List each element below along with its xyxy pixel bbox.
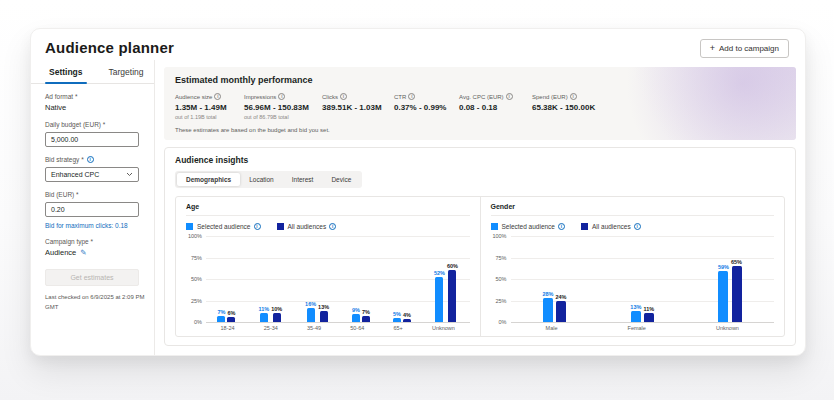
bar-column: 11%	[643, 236, 654, 322]
y-tick: 25%	[495, 298, 506, 304]
age-chart: Age Selected audienceiAll audiencesi 100…	[176, 197, 480, 336]
x-label: 65+	[393, 325, 402, 331]
tab-device[interactable]: Device	[322, 173, 360, 186]
bar-column: 4%	[403, 236, 411, 322]
bid-strategy-select[interactable]: Enhanced CPC	[45, 167, 139, 182]
performance-panel: Estimated monthly performance Audience s…	[164, 67, 796, 140]
bar-column: 5%	[393, 236, 401, 322]
bar-value-label: 16%	[305, 301, 316, 307]
x-label: Unknown	[716, 325, 739, 331]
chart-title: Age	[186, 203, 470, 216]
bar-group: 16%13%	[305, 236, 329, 322]
bar-group: 52%60%	[434, 236, 458, 322]
x-label: Unknown	[432, 325, 455, 331]
bar-value-label: 9%	[352, 307, 360, 313]
info-icon[interactable]: i	[329, 223, 336, 230]
y-tick: 0%	[194, 319, 202, 325]
last-checked-text: Last checked on 6/9/2025 at 2:09 PM GMT	[45, 293, 147, 312]
metric-value: 56.96M - 150.83M	[244, 103, 322, 112]
plot-area: 28%24%13%11%59%65%	[511, 236, 775, 322]
x-label: 18-24	[221, 325, 235, 331]
chart-legend: Selected audienceiAll audiencesi	[186, 223, 470, 230]
daily-budget-input[interactable]: 5,000.00	[45, 132, 139, 147]
y-tick: 100%	[188, 233, 202, 239]
bid-max-clicks-link[interactable]: Bid for maximum clicks: 0.18	[45, 222, 154, 229]
bid-strategy-value: Enhanced CPC	[51, 171, 99, 178]
bid-input[interactable]: 0.20	[45, 202, 139, 217]
legend-label: Selected audience	[197, 223, 251, 230]
performance-footnote: These estimates are based on the budget …	[175, 127, 785, 133]
info-icon[interactable]: i	[254, 223, 261, 230]
info-icon[interactable]: i	[214, 93, 221, 100]
y-tick: 75%	[495, 255, 506, 261]
legend-swatch-icon	[491, 223, 498, 230]
metric-avg-cpc: Avg. CPC (EUR)i 0.08 - 0.18	[459, 93, 532, 120]
chevron-down-icon	[126, 172, 133, 177]
bar-column: 7%	[217, 236, 225, 322]
bar-value-label: 6%	[227, 310, 235, 316]
info-icon[interactable]: i	[506, 93, 513, 100]
bar	[320, 311, 328, 322]
bar-value-label: 4%	[403, 312, 411, 318]
chart-legend: Selected audienceiAll audiencesi	[491, 223, 775, 230]
y-axis: 100%75%50%25%0%	[491, 236, 511, 322]
metric-label: Clicks	[322, 94, 338, 100]
info-icon[interactable]: i	[87, 156, 94, 163]
legend-item: Selected audiencei	[186, 223, 261, 230]
info-icon[interactable]: i	[558, 223, 565, 230]
metric-label: CTR	[394, 94, 406, 100]
bar-column: 10%	[271, 236, 282, 322]
bar	[718, 271, 728, 322]
bar-value-label: 7%	[217, 309, 225, 315]
info-icon[interactable]: i	[634, 223, 641, 230]
audience-planner-card: Audience planner + Add to campaign Setti…	[30, 28, 806, 356]
bar	[543, 298, 553, 322]
bar-column: 11%	[258, 236, 269, 322]
tab-settings[interactable]: Settings	[47, 60, 85, 83]
bar	[273, 313, 281, 322]
tab-location[interactable]: Location	[240, 173, 283, 186]
card-header: Audience planner + Add to campaign	[31, 29, 805, 60]
legend-label: All audiences	[592, 223, 631, 230]
bar-column: 6%	[227, 236, 235, 322]
metric-impressions: Impressionsi 56.96M - 150.83M out of 86.…	[244, 93, 322, 120]
gender-chart: Gender Selected audienceiAll audiencesi …	[480, 197, 785, 336]
plot-wrap: 100%75%50%25%0% 7%6%11%10%16%13%9%7%5%4%…	[186, 236, 470, 322]
bar-group: 7%6%	[217, 236, 235, 322]
bar-group: 11%10%	[258, 236, 282, 322]
bar-value-label: 28%	[542, 291, 553, 297]
bar	[556, 301, 566, 322]
x-axis-labels: 18-2425-3435-4950-6465+Unknown	[206, 325, 470, 331]
info-icon[interactable]: i	[408, 93, 415, 100]
metric-label: Spend (EUR)	[532, 94, 568, 100]
bar	[644, 313, 654, 322]
y-tick: 25%	[191, 298, 202, 304]
info-icon[interactable]: i	[278, 93, 285, 100]
y-tick: 100%	[492, 233, 506, 239]
ad-format-label: Ad format *	[45, 93, 154, 100]
bar-group: 5%4%	[393, 236, 411, 322]
tab-interest[interactable]: Interest	[283, 173, 323, 186]
y-tick: 75%	[191, 255, 202, 261]
get-estimates-button[interactable]: Get estimates	[45, 269, 139, 286]
info-icon[interactable]: i	[570, 93, 577, 100]
tab-demographics[interactable]: Demographics	[177, 173, 240, 186]
tab-targeting[interactable]: Targeting	[107, 60, 146, 83]
audience-insights-panel: Audience insights Demographics Location …	[164, 147, 796, 346]
info-icon[interactable]: i	[340, 93, 347, 100]
metric-value: 389.51K - 1.03M	[322, 103, 394, 112]
x-label: 35-49	[307, 325, 321, 331]
bar-column: 13%	[318, 236, 329, 322]
bar-value-label: 13%	[318, 304, 329, 310]
bar	[307, 308, 315, 322]
edit-pencil-icon[interactable]: ✎	[80, 248, 86, 257]
settings-sidebar: Settings Targeting Ad format * Native Da…	[31, 60, 155, 355]
bar-value-label: 24%	[555, 294, 566, 300]
add-to-campaign-button[interactable]: + Add to campaign	[700, 39, 789, 58]
bid-strategy-label-text: Bid strategy *	[45, 156, 84, 163]
metric-spend: Spend (EUR)i 65.38K - 150.00K	[532, 93, 785, 120]
bar-column: 28%	[542, 236, 553, 322]
card-body: Settings Targeting Ad format * Native Da…	[31, 60, 805, 355]
bar	[403, 319, 411, 322]
x-label: 50-64	[350, 325, 364, 331]
